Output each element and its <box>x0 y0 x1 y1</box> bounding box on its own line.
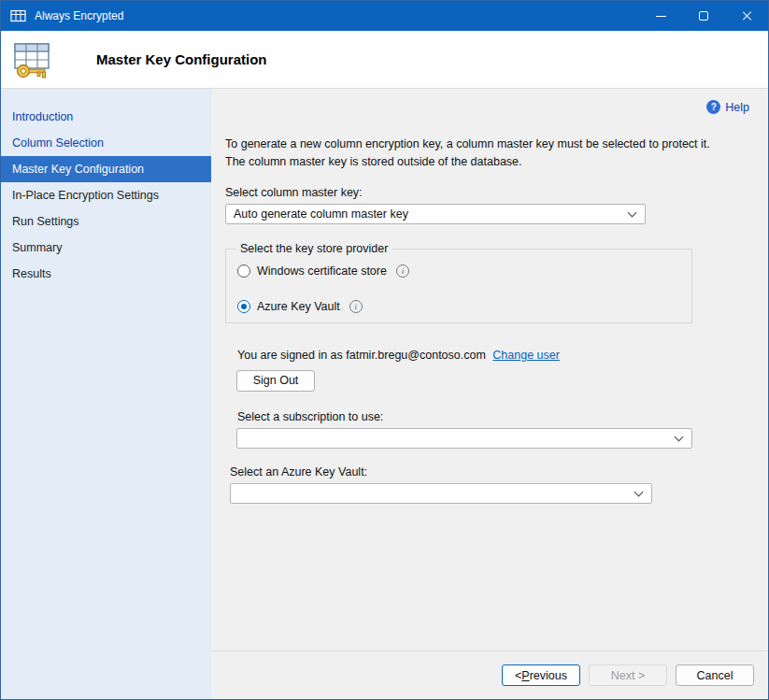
footer-bar: < Previous Next > Cancel <box>211 650 768 699</box>
previous-mnemonic: P <box>521 669 529 682</box>
signed-in-text: You are signed in as fatmir.bregu@contos… <box>237 349 486 362</box>
subscription-select[interactable] <box>236 428 692 449</box>
help-icon: ? <box>706 100 720 114</box>
column-master-key-label: Select column master key: <box>225 186 749 199</box>
previous-prefix: < <box>515 669 521 682</box>
page-title: Master Key Configuration <box>96 51 267 67</box>
app-icon <box>10 8 26 24</box>
maximize-button[interactable] <box>682 1 725 31</box>
always-encrypted-window: Always Encrypted Master Key Configuratio… <box>0 0 769 700</box>
cancel-button[interactable]: Cancel <box>676 664 754 686</box>
change-user-link[interactable]: Change user <box>492 349 560 362</box>
window-controls <box>639 1 768 31</box>
close-icon <box>741 10 752 21</box>
sidebar-item-introduction[interactable]: Introduction <box>1 104 211 130</box>
column-master-key-value: Auto generate column master key <box>234 207 408 221</box>
subscription-label: Select a subscription to use: <box>237 410 749 423</box>
next-button[interactable]: Next > <box>589 664 667 686</box>
help-button[interactable]: ? Help <box>706 100 749 114</box>
minimize-icon <box>656 16 666 17</box>
key-store-provider-group: Select the key store provider Windows ce… <box>225 249 692 323</box>
radio-azure-key-vault[interactable]: Azure Key Vault i <box>237 300 691 313</box>
previous-rest: revious <box>530 669 567 682</box>
signed-in-row: You are signed in as fatmir.bregu@contos… <box>237 349 749 362</box>
windows-certificate-store-label: Windows certificate store <box>257 264 387 278</box>
info-icon[interactable]: i <box>396 264 409 278</box>
maximize-icon <box>699 11 708 21</box>
key-store-provider-title: Select the key store provider <box>236 242 392 255</box>
info-icon[interactable]: i <box>349 300 363 313</box>
close-button[interactable] <box>725 1 768 31</box>
main-panel: ? Help To generate a new column encrypti… <box>211 89 768 699</box>
table-key-icon <box>10 38 53 81</box>
radio-unchecked-icon <box>237 264 250 278</box>
radio-windows-certificate-store[interactable]: Windows certificate store i <box>237 264 691 278</box>
sign-out-button[interactable]: Sign Out <box>236 370 315 392</box>
vault-select[interactable] <box>230 483 652 504</box>
chevron-down-icon <box>675 432 684 441</box>
wizard-steps-sidebar: Introduction Column Selection Master Key… <box>1 89 211 699</box>
sidebar-item-results[interactable]: Results <box>1 261 211 287</box>
azure-key-vault-label: Azure Key Vault <box>257 300 340 313</box>
column-master-key-select[interactable]: Auto generate column master key <box>225 204 646 224</box>
minimize-button[interactable] <box>639 1 682 31</box>
intro-text: To generate a new column encryption key,… <box>225 136 725 171</box>
chevron-down-icon <box>628 207 637 217</box>
sidebar-item-column-selection[interactable]: Column Selection <box>1 130 211 156</box>
help-label: Help <box>725 101 749 114</box>
window-title: Always Encrypted <box>35 9 123 22</box>
sidebar-item-in-place-encryption-settings[interactable]: In-Place Encryption Settings <box>1 182 211 208</box>
main-content: ? Help To generate a new column encrypti… <box>211 89 768 650</box>
vault-label: Select an Azure Key Vault: <box>230 465 749 479</box>
sidebar-item-summary[interactable]: Summary <box>1 235 211 261</box>
wizard-header: Master Key Configuration <box>1 31 768 89</box>
chevron-down-icon <box>634 487 644 496</box>
wizard-body: Introduction Column Selection Master Key… <box>1 89 768 699</box>
previous-button[interactable]: < Previous <box>502 664 580 686</box>
sidebar-item-master-key-configuration[interactable]: Master Key Configuration <box>1 156 211 182</box>
titlebar: Always Encrypted <box>1 1 768 31</box>
radio-checked-icon <box>237 300 250 313</box>
sidebar-item-run-settings[interactable]: Run Settings <box>1 208 211 235</box>
